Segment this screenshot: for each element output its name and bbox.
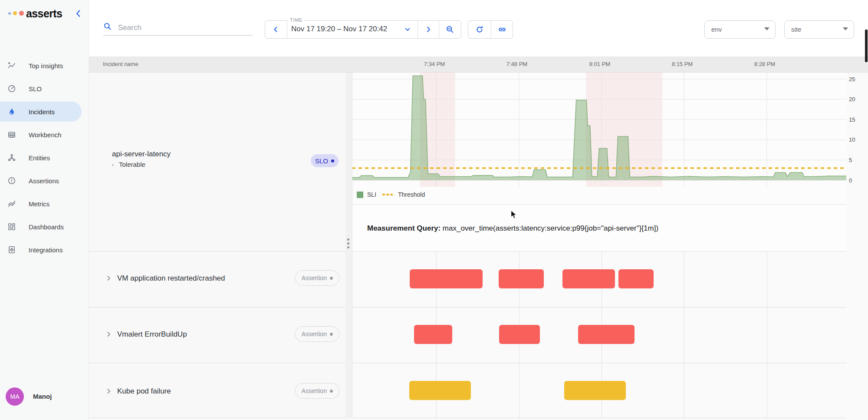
time-tick: 7:48 PM	[506, 61, 527, 67]
divider	[352, 204, 846, 205]
chart-legend: SLI Threshold	[357, 190, 431, 199]
incident-name[interactable]: Kube pod failure	[117, 387, 171, 396]
site-filter-select[interactable]: site	[784, 20, 854, 39]
y-axis-label: 25	[849, 76, 866, 83]
assertion-bar[interactable]	[562, 269, 615, 288]
user-profile[interactable]: MA Manoj	[0, 387, 89, 407]
assertion-bar[interactable]	[409, 381, 471, 400]
sidebar-item-integrations[interactable]: Integrations	[0, 240, 89, 260]
incident-name[interactable]: Vmalert ErrorBuildUp	[117, 330, 187, 339]
incident-grid: api-server-latency Tolerable SLO 0 5 10 …	[89, 73, 868, 420]
sidebar-item-label: Dashboards	[29, 223, 64, 231]
assertion-bar[interactable]	[578, 325, 635, 344]
assertion-badge[interactable]: Assertion	[295, 270, 339, 286]
sidebar-item-label: Integrations	[29, 246, 62, 254]
badge-dot	[330, 390, 333, 393]
search-input[interactable]	[117, 21, 249, 35]
sidebar-item-dashboards[interactable]: Dashboards	[0, 217, 89, 237]
slo-badge[interactable]: SLO	[311, 154, 339, 167]
refresh-button[interactable]	[468, 21, 491, 38]
logo-dot-yellow	[13, 11, 17, 15]
time-range-value[interactable]: Nov 17 19:20 – Nov 17 20:42	[291, 25, 402, 33]
sli-legend-label[interactable]: SLI	[367, 191, 376, 198]
measurement-query: Measurement Query: max_over_time(asserts…	[367, 224, 658, 233]
drag-handle-dots	[347, 237, 349, 250]
incident-name-column	[89, 73, 345, 418]
assertion-badge[interactable]: Assertion	[295, 383, 339, 399]
sidebar-item-metrics[interactable]: Metrics	[0, 194, 89, 214]
assertion-badge[interactable]: Assertion	[295, 326, 339, 342]
row-divider	[89, 307, 846, 308]
sidebar-item-label: Metrics	[29, 200, 49, 208]
sidebar-item-slo[interactable]: SLO	[0, 79, 89, 99]
sidebar-item-assertions[interactable]: Assertions	[0, 171, 89, 191]
expand-chevron-icon[interactable]	[105, 275, 112, 281]
sidebar-item-label: Entities	[29, 154, 50, 162]
bullet-dot	[112, 164, 114, 166]
sli-legend-swatch[interactable]	[357, 192, 363, 198]
app-window: asserts Top insights SLO	[0, 0, 868, 420]
incident-name[interactable]: api-server-latency	[112, 150, 171, 159]
sidebar-item-incidents[interactable]: Incidents	[0, 102, 82, 122]
threshold-legend-label[interactable]: Threshold	[398, 191, 425, 198]
separator	[287, 21, 287, 38]
site-filter-value: site	[791, 26, 801, 33]
assertion-bar[interactable]	[410, 269, 483, 288]
alert-badge-icon	[7, 176, 16, 185]
time-tick: 8:28 PM	[754, 61, 775, 67]
integration-icon	[7, 245, 16, 254]
assertion-bar[interactable]	[414, 325, 452, 344]
assertion-bar[interactable]	[618, 269, 654, 288]
search-icon[interactable]	[103, 22, 112, 31]
logo-text: asserts	[26, 7, 62, 20]
time-range-picker: TIME Nov 17 19:20 – Nov 17 20:42	[265, 20, 461, 39]
y-axis-label: 20	[849, 96, 866, 103]
column-resize-handle[interactable]	[345, 73, 352, 418]
zoom-out-button[interactable]	[439, 21, 461, 38]
assertion-bar[interactable]	[564, 381, 626, 400]
sidebar-nav: Top insights SLO Incidents Workbench	[0, 56, 89, 263]
incident-severity: Tolerable	[112, 161, 145, 168]
scrollbar-thumb[interactable]	[865, 30, 868, 62]
sli-chart[interactable]	[352, 73, 846, 187]
sidebar-item-label: Workbench	[29, 131, 62, 139]
assertion-bar[interactable]	[499, 269, 544, 288]
time-tick: 8:01 PM	[589, 61, 610, 67]
threshold-legend-swatch[interactable]	[382, 194, 394, 195]
chevron-down-icon	[764, 27, 769, 30]
time-back-button[interactable]	[265, 21, 287, 38]
avatar[interactable]: MA	[6, 387, 24, 406]
time-tick: 7:34 PM	[424, 61, 445, 67]
sidebar-item-label: SLO	[29, 85, 42, 93]
sidebar-item-top-insights[interactable]: Top insights	[0, 56, 89, 76]
row-divider	[89, 251, 846, 251]
logo-dot-blue	[8, 12, 11, 15]
time-dropdown-icon[interactable]	[399, 21, 416, 38]
sidebar-item-entities[interactable]: Entities	[0, 148, 89, 168]
env-filter-value: env	[711, 26, 722, 33]
env-filter-select[interactable]: env	[704, 20, 776, 39]
share-link-button[interactable]	[491, 21, 513, 38]
sidebar-item-label: Top insights	[29, 62, 63, 69]
sidebar-item-workbench[interactable]: Workbench	[0, 125, 89, 145]
v-gridline	[767, 251, 767, 418]
time-tick: 8:15 PM	[672, 61, 693, 67]
expand-chevron-icon[interactable]	[105, 331, 112, 337]
y-axis-label: 0	[849, 177, 866, 185]
incident-name-header: Incident name	[103, 61, 138, 67]
assertion-bar[interactable]	[499, 325, 540, 344]
search-underline	[103, 35, 253, 36]
sidebar-collapse-icon[interactable]	[74, 9, 83, 18]
time-forward-button[interactable]	[418, 21, 439, 38]
flame-icon	[7, 107, 16, 116]
y-axis-label: 10	[849, 136, 866, 144]
incident-name[interactable]: VM application restarted/crashed	[117, 274, 225, 283]
sidebar: asserts Top insights SLO	[0, 0, 89, 420]
row-divider	[89, 363, 846, 363]
chevron-down-icon	[843, 27, 848, 30]
grid-header: Incident name 7:34 PM 7:48 PM 8:01 PM 8:…	[89, 56, 868, 73]
expand-chevron-icon[interactable]	[105, 388, 112, 394]
search	[103, 21, 255, 36]
sidebar-item-label: Assertions	[29, 177, 59, 185]
logo-dot-red	[19, 11, 24, 16]
